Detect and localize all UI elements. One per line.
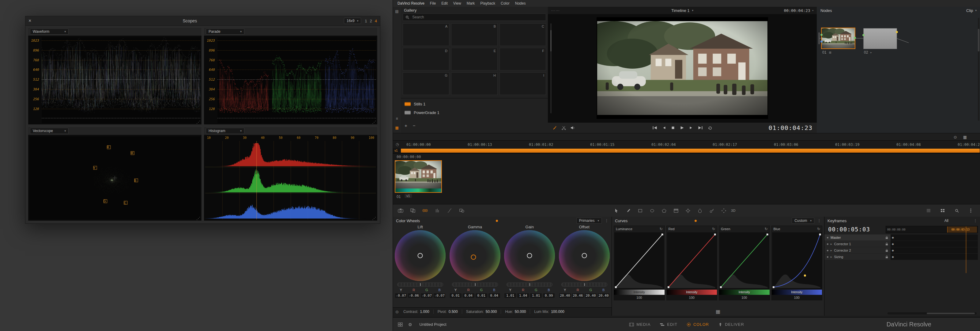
menu-item-view[interactable]: View	[450, 1, 464, 5]
value-field[interactable]: 1.01	[530, 293, 542, 298]
menu-item-playback[interactable]: Playback	[477, 1, 498, 5]
options-kebab-icon[interactable]: ⋮	[605, 219, 609, 223]
value-field[interactable]: 20.40	[598, 293, 609, 298]
gallery-album-stills-1[interactable]: Stills 1	[401, 100, 548, 108]
value-field[interactable]: 0.01	[450, 293, 461, 298]
vectorscope-select[interactable]: Vectorscope ▾	[30, 128, 68, 134]
menu-item-color[interactable]: Color	[498, 1, 512, 5]
stereo-3d-icon[interactable]: 3D	[731, 209, 736, 213]
auto-adjust-icon[interactable]: ⊙	[395, 310, 399, 314]
intensity-value[interactable]: 100	[772, 295, 822, 300]
keyframes-scrollbar[interactable]	[888, 312, 977, 315]
track-name[interactable]: ▸Corrector 2	[824, 247, 891, 253]
intensity-slider[interactable]: Intensity	[667, 289, 717, 295]
layout-grid-icon[interactable]: ▦	[963, 135, 967, 139]
value-field[interactable]: 1.01	[504, 293, 516, 298]
nodes-scrollbar[interactable]	[978, 18, 979, 121]
grab-still-icon[interactable]: ▦	[716, 309, 720, 315]
gallery-slot-h[interactable]: H	[451, 72, 498, 95]
options-kebab-icon[interactable]: ⋮	[974, 219, 977, 223]
sizing-icon[interactable]	[719, 206, 728, 214]
search-input[interactable]	[412, 15, 543, 19]
gallery-slot-f[interactable]: F	[500, 48, 546, 70]
go-to-first-frame-button[interactable]	[652, 126, 657, 130]
node-02[interactable]	[863, 28, 897, 49]
keyframe-diamond-icon[interactable]: ◆	[892, 249, 894, 252]
window-gradient-icon[interactable]	[671, 206, 681, 214]
curve-graph[interactable]	[719, 232, 770, 289]
master-wheel-offset[interactable]	[562, 283, 607, 286]
node-01[interactable]	[822, 28, 855, 48]
intensity-value[interactable]: 100	[667, 295, 717, 300]
close-icon[interactable]: ×	[29, 18, 36, 24]
settings-kebab-icon[interactable]	[966, 206, 975, 214]
gallery-slot-i[interactable]: I	[500, 72, 546, 95]
lock-icon[interactable]	[885, 242, 888, 246]
color-wheel-offset[interactable]	[559, 230, 610, 281]
curve-graph[interactable]	[614, 232, 665, 289]
keyframe-diamond-icon[interactable]: ◆	[892, 255, 894, 258]
value-field[interactable]: 1.04	[517, 293, 529, 298]
keyframes-ruler[interactable]: 00:00:00:00 00:00:03:13	[886, 226, 978, 233]
adjustment-lum-mix[interactable]: Lum Mix:100.000	[530, 310, 568, 314]
curve-graph[interactable]	[772, 232, 822, 289]
viewer-zoom-slider[interactable]	[550, 23, 552, 114]
adjustment-hue[interactable]: Hue:50.000	[501, 310, 530, 314]
keyframe-diamond-icon[interactable]: ◆	[892, 236, 894, 239]
track-name[interactable]: Master	[824, 235, 891, 241]
scope-layout-2[interactable]: 2	[370, 19, 372, 23]
play-button[interactable]	[680, 126, 684, 130]
track-lane[interactable]: ◆	[891, 254, 978, 260]
menu-item-file[interactable]: File	[427, 1, 439, 5]
gallery-album-powergrade-1[interactable]: PowerGrade 1	[401, 108, 548, 117]
node-mode-select[interactable]: Clip ▾	[966, 8, 977, 13]
value-field[interactable]: -0.07	[434, 293, 445, 298]
scope-layout-4[interactable]: 4	[375, 19, 377, 23]
parade-select[interactable]: Parade ▾	[206, 29, 244, 35]
page-tab-color[interactable]: COLOR	[687, 322, 709, 327]
gallery-slot-a[interactable]: A	[403, 23, 449, 46]
wheel-indicator[interactable]	[471, 254, 476, 260]
master-wheel-lift[interactable]	[397, 283, 443, 286]
curve-graph[interactable]	[667, 232, 717, 289]
menu-item-nodes[interactable]: Nodes	[512, 1, 528, 5]
keyframes-filter[interactable]: All	[945, 219, 948, 223]
resize-handle-icon[interactable]: ⋰	[196, 216, 200, 221]
tracker-icon[interactable]	[683, 206, 692, 214]
list-view-icon[interactable]	[924, 206, 933, 214]
timeline-clip-bar[interactable]	[401, 149, 980, 153]
stills-icon[interactable]: ▤	[394, 9, 400, 14]
track-lane[interactable]: ◆	[891, 235, 978, 241]
lock-icon[interactable]	[885, 255, 888, 258]
value-field[interactable]: -0.07	[395, 293, 407, 298]
lock-icon[interactable]	[885, 236, 888, 239]
timeline-ruler[interactable]: ◷ 01:00:00:0001:00:00:1301:00:01:0201:00…	[393, 141, 980, 149]
value-field[interactable]: -0.06	[408, 293, 420, 298]
rgb-mixer-icon[interactable]	[433, 206, 442, 214]
list-view-icon[interactable]: ≡	[394, 116, 400, 122]
resize-handle-icon[interactable]: ⋰	[372, 120, 376, 125]
add-album-button[interactable]: +	[404, 123, 407, 128]
aspect-select[interactable]: 16x9 ▾	[344, 18, 361, 24]
master-wheel-gamma[interactable]	[452, 283, 498, 286]
resize-handle-icon[interactable]: ⋰	[196, 120, 200, 125]
histogram-select[interactable]: Histogram ▾	[206, 128, 244, 134]
color-match-icon[interactable]	[408, 206, 417, 214]
gallery-slot-g[interactable]: G	[403, 72, 449, 95]
curves-palette-icon[interactable]	[445, 206, 454, 214]
curves-mode-select[interactable]: Custom ▾	[792, 217, 814, 224]
thumbnail-view-icon[interactable]: ▦	[394, 125, 400, 131]
blur-icon[interactable]	[695, 206, 705, 214]
pointer-icon[interactable]	[612, 206, 621, 214]
intensity-slider[interactable]: Intensity	[719, 289, 770, 295]
master-wheel-gain[interactable]	[506, 283, 552, 286]
window-polygon-icon[interactable]	[659, 206, 668, 214]
node-graph[interactable]: 01 ▦ 02 ▸	[817, 14, 980, 133]
adjustment-contrast[interactable]: Contrast:1.000	[399, 310, 433, 314]
value-field[interactable]: 20.40	[559, 293, 571, 298]
menu-item-davinci-resolve[interactable]: DaVinci Resolve	[395, 1, 427, 5]
color-wheel-lift[interactable]	[395, 230, 445, 281]
keyframe-diamond-icon[interactable]: ◆	[892, 242, 894, 246]
intensity-value[interactable]: 100	[719, 295, 770, 300]
adjustment-pivot[interactable]: Pivot:0.500	[433, 310, 462, 314]
